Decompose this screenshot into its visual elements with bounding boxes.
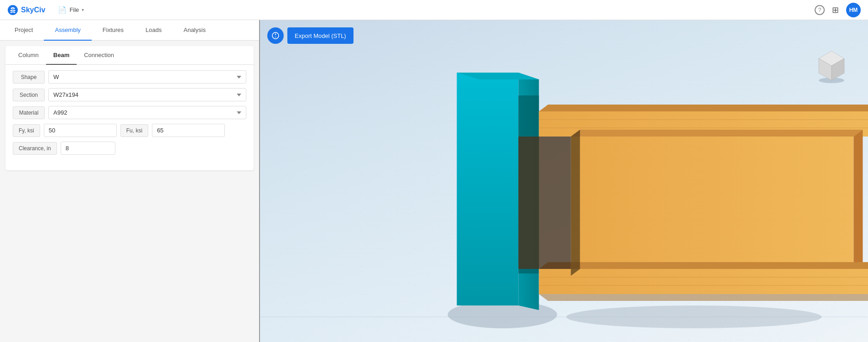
main-layout: Project Assembly Fixtures Loads Analysis… bbox=[0, 20, 868, 342]
form-section: Shape W S M HP C Section W27x194 W24x162 bbox=[5, 65, 254, 165]
fu-input[interactable] bbox=[152, 124, 225, 137]
file-doc-icon: 📄 bbox=[58, 6, 67, 14]
header: SkyCiv 📄 File ▾ ? ⊞ HM bbox=[0, 0, 868, 20]
right-panel[interactable]: Export Model (STL) bbox=[260, 20, 868, 342]
svg-rect-15 bbox=[571, 137, 854, 269]
fu-label: Fu, ksi bbox=[120, 124, 148, 137]
svg-rect-18 bbox=[539, 269, 868, 294]
clearance-input[interactable] bbox=[61, 142, 115, 155]
shape-label: Shape bbox=[13, 71, 45, 84]
svg-marker-23 bbox=[571, 130, 580, 276]
export-button[interactable]: Export Model (STL) bbox=[287, 27, 353, 44]
grid-icon[interactable]: ⊞ bbox=[832, 5, 839, 15]
left-panel: Project Assembly Fixtures Loads Analysis… bbox=[0, 20, 260, 342]
logo[interactable]: SkyCiv bbox=[7, 5, 45, 16]
sub-tabs: Column Beam Connection bbox=[5, 46, 254, 65]
fy-input[interactable] bbox=[44, 124, 117, 137]
avatar[interactable]: HM bbox=[846, 3, 861, 17]
skyciv-logo-icon bbox=[7, 5, 18, 16]
clearance-row: Clearance, in bbox=[13, 142, 246, 155]
scene-svg bbox=[260, 20, 868, 342]
compass-icon bbox=[271, 32, 280, 40]
help-icon[interactable]: ? bbox=[815, 5, 825, 15]
material-label: Material bbox=[13, 106, 45, 119]
viewer-toolbar: Export Model (STL) bbox=[267, 27, 353, 44]
section-select[interactable]: W27x194 W24x162 W21x132 bbox=[48, 88, 246, 101]
file-menu[interactable]: 📄 File ▾ bbox=[54, 4, 88, 16]
header-right: ? ⊞ HM bbox=[815, 3, 861, 17]
top-tabs: Project Assembly Fixtures Loads Analysis bbox=[0, 20, 259, 41]
subtab-column[interactable]: Column bbox=[11, 46, 46, 65]
svg-rect-8 bbox=[457, 73, 519, 305]
fy-fu-row: Fy, ksi Fu, ksi bbox=[13, 124, 246, 137]
svg-marker-21 bbox=[539, 294, 868, 301]
chevron-down-icon: ▾ bbox=[82, 7, 84, 12]
tab-loads[interactable]: Loads bbox=[135, 20, 172, 41]
svg-marker-19 bbox=[539, 262, 868, 269]
shape-select[interactable]: W S M HP C bbox=[48, 70, 246, 84]
content-panel: Column Beam Connection Shape W S M HP C bbox=[5, 46, 254, 170]
tab-assembly[interactable]: Assembly bbox=[44, 20, 91, 41]
compass-button[interactable] bbox=[267, 27, 284, 44]
shape-row: Shape W S M HP C bbox=[13, 70, 246, 84]
material-select[interactable]: A992 A36 A572 bbox=[48, 106, 246, 119]
tab-project[interactable]: Project bbox=[4, 20, 44, 41]
svg-rect-22 bbox=[519, 137, 571, 269]
svg-marker-13 bbox=[539, 105, 868, 111]
subtab-connection[interactable]: Connection bbox=[77, 46, 121, 65]
subtab-beam[interactable]: Beam bbox=[46, 46, 77, 65]
fy-label: Fy, ksi bbox=[13, 124, 40, 137]
material-row: Material A992 A36 A572 bbox=[13, 106, 246, 119]
file-label: File bbox=[69, 6, 79, 13]
svg-marker-17 bbox=[854, 130, 863, 276]
section-row: Section W27x194 W24x162 W21x132 bbox=[13, 88, 246, 101]
tab-analysis[interactable]: Analysis bbox=[172, 20, 216, 41]
clearance-label: Clearance, in bbox=[13, 142, 57, 155]
section-label: Section bbox=[13, 89, 45, 101]
svg-marker-16 bbox=[571, 130, 863, 137]
tab-fixtures[interactable]: Fixtures bbox=[92, 20, 135, 41]
app-name: SkyCiv bbox=[21, 6, 45, 14]
